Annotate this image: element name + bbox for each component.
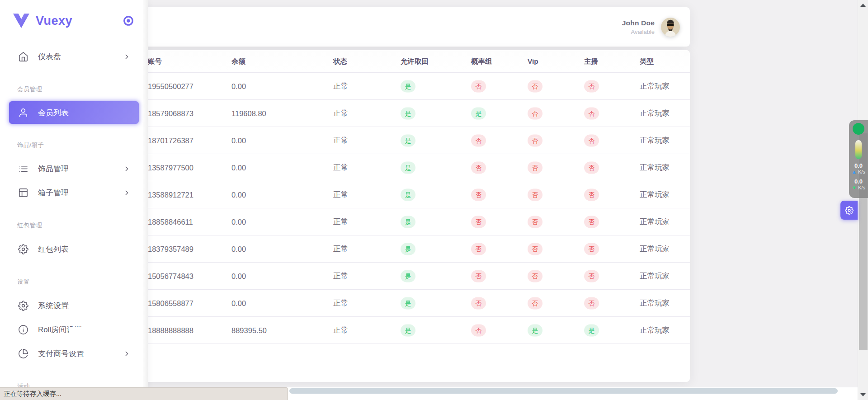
- status-cell: 正常: [333, 217, 348, 227]
- download-speed-unit: ▼ K/s: [852, 185, 865, 191]
- horizontal-scrollbar-thumb[interactable]: [289, 388, 838, 394]
- account-cell: 15806558877: [148, 299, 193, 307]
- allow-withdraw-badge-cell: 是: [401, 80, 415, 92]
- type-cell: 正常玩家: [640, 108, 670, 118]
- chevron-right-icon: [123, 165, 131, 173]
- sidebar-item-label: 饰品管理: [38, 164, 69, 174]
- prob-group-badge-cell: 否: [471, 243, 486, 255]
- anchor-badge: 否: [584, 297, 599, 309]
- gear-icon: [18, 244, 28, 254]
- type-cell: 正常玩家: [640, 271, 670, 281]
- status-cell: 正常: [333, 271, 348, 281]
- pie-icon: [18, 348, 28, 359]
- prob-group-badge-cell: 否: [471, 270, 486, 282]
- allow-withdraw-badge-cell: 是: [401, 107, 415, 119]
- speed-gauge-icon: [855, 140, 862, 159]
- sidebar-item[interactable]: 箱子管理: [9, 181, 139, 204]
- scroll-down-arrow-icon[interactable]: [860, 393, 866, 396]
- browser-status-tooltip: 正在等待存入缓存...: [0, 387, 288, 400]
- theme-customizer-button[interactable]: [840, 201, 858, 220]
- vip-badge: 是: [528, 324, 542, 336]
- user-text: John Doe Available: [622, 19, 655, 35]
- sidebar-item[interactable]: 饰品管理: [9, 157, 139, 180]
- anchor-badge: 否: [584, 80, 599, 92]
- upload-speed-unit: ▲ K/s: [852, 169, 865, 175]
- sidebar-scrollbar[interactable]: [143, 0, 148, 387]
- sidebar-item[interactable]: 会员列表: [9, 101, 139, 124]
- anchor-badge-cell: 否: [584, 297, 599, 309]
- status-cell: 正常: [333, 190, 348, 200]
- sidebar-collapse-toggle-icon[interactable]: [123, 15, 134, 27]
- allow-withdraw-badge: 是: [401, 243, 415, 255]
- anchor-badge: 否: [584, 134, 599, 146]
- vip-badge-cell: 否: [528, 134, 542, 146]
- column-header: Vip: [528, 57, 538, 66]
- vip-badge-cell: 是: [528, 324, 542, 336]
- prob-group-badge-cell: 否: [471, 161, 486, 174]
- status-cell: 正常: [333, 298, 348, 308]
- balance-cell: 0.00: [231, 190, 246, 199]
- brand-name: Vuexy: [36, 14, 72, 28]
- white-overlay: [69, 327, 126, 351]
- prob-group-badge: 否: [471, 134, 486, 146]
- sidebar-item[interactable]: 仪表盘: [9, 45, 139, 68]
- user-avatar[interactable]: [661, 18, 680, 37]
- allow-withdraw-badge-cell: 是: [401, 188, 415, 201]
- gear-icon: [845, 206, 854, 215]
- status-cell: 正常: [333, 108, 348, 118]
- column-header: 允许取回: [401, 56, 429, 66]
- scroll-up-arrow-icon[interactable]: [860, 4, 866, 7]
- allow-withdraw-badge: 是: [401, 134, 415, 146]
- sidebar-item-label: 仪表盘: [38, 52, 61, 62]
- vip-badge-cell: 否: [528, 80, 542, 92]
- type-cell: 正常玩家: [640, 325, 670, 335]
- column-header: 余额: [231, 56, 245, 66]
- user-menu[interactable]: John Doe Available: [622, 18, 680, 37]
- balance-cell: 0.00: [231, 217, 246, 226]
- prob-group-badge: 否: [471, 243, 486, 255]
- balance-cell: 0.00: [231, 245, 246, 253]
- status-cell: 正常: [333, 163, 348, 173]
- account-cell: 18579068873: [148, 109, 193, 118]
- prob-group-badge-cell: 否: [471, 216, 486, 228]
- sidebar-item[interactable]: 系统设置: [9, 294, 139, 317]
- sidebar-item-label: 箱子管理: [38, 188, 69, 198]
- vertical-scrollbar[interactable]: [858, 0, 868, 400]
- prob-group-badge: 否: [471, 324, 486, 336]
- down-arrow-icon: ▼: [852, 185, 857, 190]
- prob-group-badge: 否: [471, 216, 486, 228]
- vip-badge-cell: 否: [528, 243, 542, 255]
- vip-badge-cell: 否: [528, 297, 542, 309]
- status-cell: 正常: [333, 136, 348, 146]
- status-cell: 正常: [333, 325, 348, 335]
- anchor-badge-cell: 否: [584, 270, 599, 282]
- allow-withdraw-badge: 是: [401, 188, 415, 201]
- sidebar-section-header: 红包管理: [0, 221, 148, 230]
- account-cell: 18701726387: [148, 136, 193, 145]
- prob-group-badge: 否: [471, 161, 486, 174]
- column-header: 主播: [584, 56, 598, 66]
- vip-badge: 否: [528, 107, 542, 119]
- chevron-right-icon: [123, 53, 131, 61]
- vip-badge: 否: [528, 243, 542, 255]
- sidebar-item[interactable]: 红包列表: [9, 237, 139, 261]
- balance-cell: 0.00: [231, 82, 246, 90]
- account-cell: 18888888888: [148, 326, 193, 334]
- network-speed-widget[interactable]: 0.0 ▲ K/s 0.0 ▼ K/s: [849, 120, 868, 198]
- type-cell: 正常玩家: [640, 244, 670, 254]
- vuexy-logo-icon: [12, 13, 30, 28]
- logo-row: Vuexy: [0, 0, 148, 42]
- anchor-badge: 否: [584, 216, 599, 228]
- vip-badge: 否: [528, 297, 542, 309]
- list-icon: [18, 164, 28, 174]
- account-cell: 13588912721: [148, 190, 193, 199]
- type-cell: 正常玩家: [640, 217, 670, 227]
- status-cell: 正常: [333, 81, 348, 91]
- vip-badge-cell: 否: [528, 107, 542, 119]
- vip-badge: 否: [528, 188, 542, 201]
- prob-group-badge-cell: 否: [471, 80, 486, 92]
- prob-group-badge-cell: 否: [471, 188, 486, 201]
- vip-badge: 否: [528, 270, 542, 282]
- anchor-badge: 否: [584, 270, 599, 282]
- user-status: Available: [622, 28, 655, 35]
